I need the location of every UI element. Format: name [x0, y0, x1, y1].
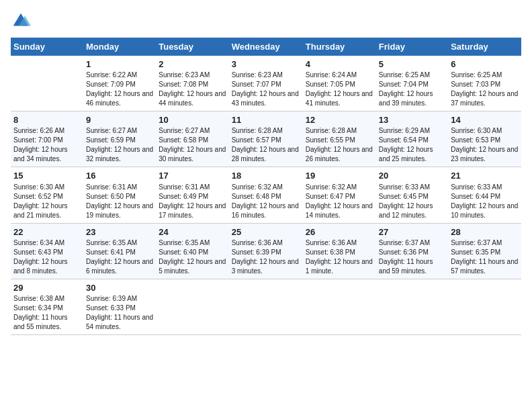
calendar-cell: 17Sunrise: 6:31 AMSunset: 6:49 PMDayligh…: [156, 167, 228, 223]
day-number: 5: [379, 58, 445, 71]
logo: [11, 11, 34, 31]
calendar-cell: 18Sunrise: 6:32 AMSunset: 6:48 PMDayligh…: [229, 167, 303, 223]
logo-icon: [11, 11, 31, 31]
header-cell-thursday: Thursday: [303, 38, 376, 56]
header-cell-sunday: Sunday: [11, 38, 83, 56]
calendar-cell: 9Sunrise: 6:27 AMSunset: 6:59 PMDaylight…: [83, 111, 156, 167]
week-row-4: 22Sunrise: 6:34 AMSunset: 6:43 PMDayligh…: [11, 223, 521, 279]
calendar-cell: 1Sunrise: 6:22 AMSunset: 7:09 PMDaylight…: [83, 56, 156, 111]
day-number: 14: [451, 114, 519, 126]
header-row: SundayMondayTuesdayWednesdayThursdayFrid…: [11, 38, 521, 56]
day-number: 4: [306, 58, 373, 71]
calendar-cell: 21Sunrise: 6:33 AMSunset: 6:44 PMDayligh…: [448, 167, 521, 223]
calendar-cell: 28Sunrise: 6:37 AMSunset: 6:35 PMDayligh…: [448, 223, 521, 279]
calendar-cell: 8Sunrise: 6:26 AMSunset: 7:00 PMDaylight…: [11, 111, 83, 167]
day-number: 28: [451, 226, 519, 238]
calendar-cell: 20Sunrise: 6:33 AMSunset: 6:45 PMDayligh…: [376, 167, 448, 223]
page-header: [11, 11, 521, 31]
day-number: 10: [159, 114, 226, 126]
calendar-cell: 2Sunrise: 6:23 AMSunset: 7:08 PMDaylight…: [156, 56, 228, 111]
calendar-cell: 11Sunrise: 6:28 AMSunset: 6:57 PMDayligh…: [229, 111, 303, 167]
calendar-cell: [303, 279, 376, 334]
week-row-5: 29Sunrise: 6:38 AMSunset: 6:34 PMDayligh…: [11, 279, 521, 334]
calendar-cell: 6Sunrise: 6:25 AMSunset: 7:03 PMDaylight…: [448, 56, 521, 111]
calendar-cell: [11, 56, 83, 111]
day-number: 23: [86, 226, 153, 238]
calendar-cell: 30Sunrise: 6:39 AMSunset: 6:33 PMDayligh…: [83, 279, 156, 334]
calendar-cell: 16Sunrise: 6:31 AMSunset: 6:50 PMDayligh…: [83, 167, 156, 223]
day-number: 13: [379, 114, 445, 126]
day-number: 16: [86, 170, 153, 182]
day-number: 25: [232, 226, 300, 238]
calendar-cell: 19Sunrise: 6:32 AMSunset: 6:47 PMDayligh…: [303, 167, 376, 223]
calendar-cell: 29Sunrise: 6:38 AMSunset: 6:34 PMDayligh…: [11, 279, 83, 334]
day-number: 19: [306, 170, 373, 182]
day-number: 3: [232, 58, 300, 71]
calendar-cell: 27Sunrise: 6:37 AMSunset: 6:36 PMDayligh…: [376, 223, 448, 279]
week-row-1: 1Sunrise: 6:22 AMSunset: 7:09 PMDaylight…: [11, 56, 521, 111]
calendar-cell: 25Sunrise: 6:36 AMSunset: 6:39 PMDayligh…: [229, 223, 303, 279]
header-cell-wednesday: Wednesday: [229, 38, 303, 56]
calendar-cell: 3Sunrise: 6:23 AMSunset: 7:07 PMDaylight…: [229, 56, 303, 111]
header-cell-friday: Friday: [376, 38, 448, 56]
day-number: 27: [379, 226, 445, 238]
calendar-cell: 15Sunrise: 6:30 AMSunset: 6:52 PMDayligh…: [11, 167, 83, 223]
day-number: 11: [232, 114, 300, 126]
calendar-cell: 12Sunrise: 6:28 AMSunset: 6:55 PMDayligh…: [303, 111, 376, 167]
calendar-cell: 24Sunrise: 6:35 AMSunset: 6:40 PMDayligh…: [156, 223, 228, 279]
calendar-cell: 13Sunrise: 6:29 AMSunset: 6:54 PMDayligh…: [376, 111, 448, 167]
day-number: 30: [86, 282, 153, 294]
header-cell-saturday: Saturday: [448, 38, 521, 56]
day-number: 20: [379, 170, 445, 182]
day-number: 24: [159, 226, 226, 238]
calendar-cell: 23Sunrise: 6:35 AMSunset: 6:41 PMDayligh…: [83, 223, 156, 279]
day-number: 8: [13, 114, 81, 126]
day-number: 6: [451, 58, 519, 71]
calendar-cell: [376, 279, 448, 334]
day-number: 15: [13, 170, 81, 182]
calendar-cell: 26Sunrise: 6:36 AMSunset: 6:38 PMDayligh…: [303, 223, 376, 279]
calendar-cell: 22Sunrise: 6:34 AMSunset: 6:43 PMDayligh…: [11, 223, 83, 279]
day-number: 21: [451, 170, 519, 182]
day-number: 2: [159, 58, 226, 71]
day-number: 22: [13, 226, 81, 238]
calendar-cell: 14Sunrise: 6:30 AMSunset: 6:53 PMDayligh…: [448, 111, 521, 167]
calendar-cell: [448, 279, 521, 334]
day-number: 1: [86, 58, 153, 71]
calendar-cell: 10Sunrise: 6:27 AMSunset: 6:58 PMDayligh…: [156, 111, 228, 167]
day-number: 26: [306, 226, 373, 238]
day-number: 12: [306, 114, 373, 126]
calendar-cell: 5Sunrise: 6:25 AMSunset: 7:04 PMDaylight…: [376, 56, 448, 111]
calendar-table: SundayMondayTuesdayWednesdayThursdayFrid…: [11, 38, 521, 335]
day-number: 29: [13, 282, 81, 294]
day-number: 18: [232, 170, 300, 182]
week-row-3: 15Sunrise: 6:30 AMSunset: 6:52 PMDayligh…: [11, 167, 521, 223]
calendar-cell: [156, 279, 228, 334]
week-row-2: 8Sunrise: 6:26 AMSunset: 7:00 PMDaylight…: [11, 111, 521, 167]
header-cell-tuesday: Tuesday: [156, 38, 228, 56]
calendar-cell: 4Sunrise: 6:24 AMSunset: 7:05 PMDaylight…: [303, 56, 376, 111]
header-cell-monday: Monday: [83, 38, 156, 56]
calendar-cell: [229, 279, 303, 334]
day-number: 17: [159, 170, 226, 182]
day-number: 9: [86, 114, 153, 126]
